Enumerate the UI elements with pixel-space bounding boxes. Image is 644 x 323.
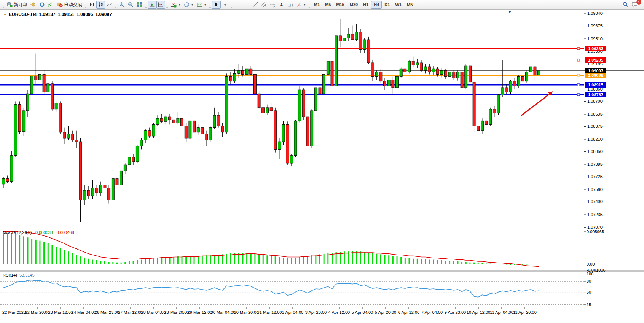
rsi-axis-label: 50 bbox=[587, 290, 591, 294]
auto-trading-icon bbox=[57, 2, 63, 8]
indicators-button[interactable]: ▼ bbox=[169, 1, 182, 9]
crosshair-tool-button[interactable] bbox=[221, 1, 230, 9]
channel-tool-button[interactable]: E bbox=[260, 1, 268, 9]
time-axis-label: 22 Mar 2023 bbox=[2, 310, 26, 315]
toolbar-grip[interactable] bbox=[209, 2, 211, 8]
chart-shift-icon bbox=[158, 2, 164, 8]
zoom-in-icon bbox=[119, 2, 125, 8]
time-axis-label: 10 Apr 12:00 bbox=[467, 310, 490, 315]
price-tick-label: 1.08700 bbox=[587, 99, 603, 103]
fibonacci-tool-button[interactable]: F bbox=[268, 1, 277, 9]
timeframe-group: M1M5M15M30H1H4D1W1MN bbox=[311, 1, 416, 9]
time-axis-label: 11 Apr 04:00 bbox=[490, 310, 513, 315]
toolbar-grip[interactable] bbox=[85, 2, 86, 8]
auto-trading-button[interactable]: 自动交易 bbox=[55, 1, 84, 9]
auto-scroll-button[interactable] bbox=[148, 1, 156, 9]
time-axis-label: 7 Apr 04:00 bbox=[421, 310, 443, 315]
rsi-indicator-label: RSI(14) 53.5145 bbox=[3, 273, 35, 277]
chart-canvas[interactable] bbox=[0, 10, 644, 323]
chart-open-value: 1.09137 bbox=[39, 12, 55, 17]
candlestick-mode-button[interactable] bbox=[96, 1, 105, 9]
community-icon bbox=[39, 2, 45, 8]
vertical-line-tool-button[interactable] bbox=[233, 1, 242, 9]
rsi-axis-label: 80 bbox=[587, 279, 591, 283]
text-label-tool-button[interactable]: T bbox=[286, 1, 295, 9]
rsi-value: 53.5145 bbox=[19, 273, 35, 277]
zoom-out-button[interactable] bbox=[126, 1, 135, 9]
main-toolbar: 新订单 自动交易 ▼ ▼ bbox=[0, 0, 644, 10]
time-axis-label: 22 Mar 20:00 bbox=[25, 310, 50, 315]
zoom-in-button[interactable] bbox=[118, 1, 126, 9]
timeframe-button-M15[interactable]: M15 bbox=[333, 1, 347, 9]
templates-button[interactable]: ▼ bbox=[195, 1, 208, 9]
pane-separators[interactable] bbox=[0, 228, 644, 272]
macd-pane bbox=[0, 232, 584, 267]
chart-title: ▼ EURUSD-,H4 1.09137 1.09151 1.09095 1.0… bbox=[3, 12, 112, 17]
price-tick-label: 1.08210 bbox=[587, 137, 603, 142]
rsi-name: RSI(14) bbox=[3, 273, 17, 277]
toolbar-grip[interactable] bbox=[115, 2, 116, 8]
toolbar-grip[interactable] bbox=[3, 2, 4, 8]
tile-windows-icon bbox=[137, 2, 142, 8]
timeframe-button-MN[interactable]: MN bbox=[404, 1, 416, 9]
timeframe-button-M5[interactable]: M5 bbox=[322, 1, 333, 9]
crosshair-icon bbox=[222, 2, 228, 8]
tile-windows-button[interactable] bbox=[135, 1, 144, 9]
chat-button[interactable]: 1 bbox=[630, 1, 639, 9]
time-axis-label: 3 Apr 04:00 bbox=[282, 310, 303, 315]
price-line-label: 1.09383 bbox=[585, 46, 606, 51]
signals-button[interactable] bbox=[46, 1, 55, 9]
search-button[interactable] bbox=[621, 1, 630, 9]
auto-trading-label: 自动交易 bbox=[64, 2, 82, 8]
text-label-icon: T bbox=[287, 2, 293, 8]
bar-chart-mode-button[interactable] bbox=[88, 1, 96, 9]
periods-button[interactable]: ▼ bbox=[182, 1, 195, 9]
macd-main-value: -0.000038 bbox=[34, 230, 53, 235]
fibonacci-icon: F bbox=[270, 2, 276, 8]
chart-close-value: 1.09097 bbox=[95, 12, 112, 17]
svg-text:A: A bbox=[280, 2, 283, 7]
price-tick-label: 1.07400 bbox=[587, 199, 603, 204]
toolbar-grip[interactable] bbox=[166, 2, 168, 8]
macd-name: MACD(12,26,9) bbox=[3, 230, 32, 235]
price-tick-label: 1.08375 bbox=[587, 124, 603, 129]
toolbar-grip[interactable] bbox=[309, 2, 310, 8]
text-tool-button[interactable]: A bbox=[277, 1, 286, 9]
toolbar-grip[interactable] bbox=[145, 2, 147, 8]
trendline-icon bbox=[252, 2, 258, 8]
time-axis-label: 4 Apr 12:00 bbox=[328, 310, 350, 315]
alerts-button[interactable] bbox=[29, 1, 38, 9]
time-axis-label: 30 Mar 20:00 bbox=[234, 310, 259, 315]
cursor-tool-button[interactable] bbox=[212, 1, 221, 9]
text-icon: A bbox=[279, 2, 284, 8]
horizontal-lines[interactable] bbox=[0, 48, 644, 96]
timeframe-button-H4[interactable]: H4 bbox=[371, 1, 382, 9]
chart-shift-marker-icon[interactable]: ▼ bbox=[508, 10, 512, 14]
timeframe-button-H1[interactable]: H1 bbox=[360, 1, 371, 9]
timeframe-button-W1[interactable]: W1 bbox=[392, 1, 404, 9]
chart-high-value: 1.09151 bbox=[58, 12, 74, 17]
line-chart-mode-button[interactable] bbox=[105, 1, 114, 9]
rsi-pane bbox=[0, 280, 584, 305]
equidistant-channel-icon: E bbox=[261, 2, 267, 8]
search-icon bbox=[622, 2, 628, 8]
time-axis-label: 6 Apr 12:00 bbox=[398, 310, 419, 315]
timeframe-button-M30[interactable]: M30 bbox=[347, 1, 360, 9]
rsi-axis-label: 100 bbox=[587, 272, 593, 276]
chart-shift-button[interactable] bbox=[156, 1, 165, 9]
price-tick-label: 1.09675 bbox=[587, 24, 603, 28]
price-line-label: 1.08787 bbox=[585, 92, 606, 97]
time-axis-label: 28 Mar 04:00 bbox=[141, 310, 166, 315]
timeframe-button-D1[interactable]: D1 bbox=[382, 1, 392, 9]
new-order-button[interactable]: 新订单 bbox=[5, 1, 29, 9]
horizontal-line-tool-button[interactable] bbox=[242, 1, 251, 9]
time-axis-label: 5 Apr 20:00 bbox=[375, 310, 396, 315]
trendline-tool-button[interactable] bbox=[251, 1, 260, 9]
community-button[interactable] bbox=[38, 1, 46, 9]
chart-low-value: 1.09095 bbox=[77, 12, 93, 17]
toolbar-grip[interactable] bbox=[231, 2, 232, 8]
auto-scroll-icon bbox=[149, 2, 155, 8]
axes[interactable] bbox=[0, 11, 644, 309]
arrows-tool-button[interactable]: ▼ bbox=[295, 1, 308, 9]
timeframe-button-M1[interactable]: M1 bbox=[311, 1, 322, 9]
